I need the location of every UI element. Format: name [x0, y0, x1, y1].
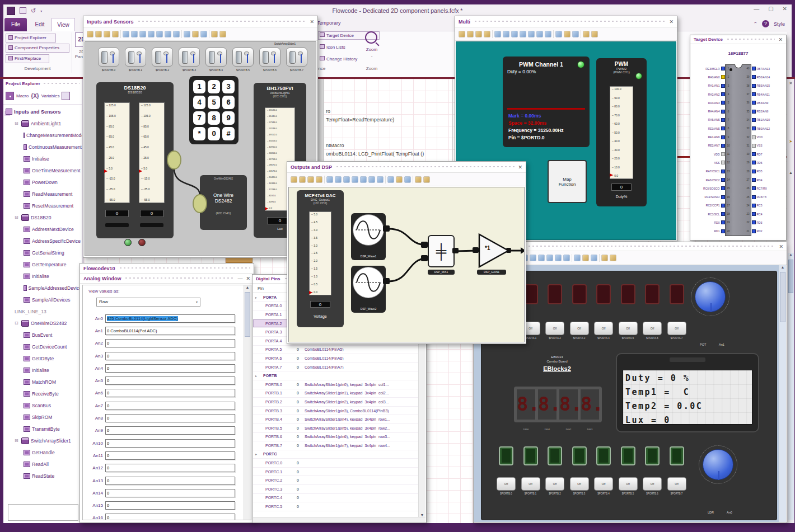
pin-indicator[interactable] — [752, 170, 756, 173]
panel-toolbar-icon[interactable] — [572, 254, 572, 262]
panel-toolbar-icon[interactable] — [528, 31, 535, 37]
tree-item[interactable]: ⊟ DS18B20 — [3, 211, 82, 223]
board-switch[interactable]: Off $PORTB.6 — [643, 477, 662, 495]
channel-value-field[interactable]: 0 — [105, 501, 235, 510]
keypad-key[interactable]: * — [193, 127, 205, 140]
pin-indicator[interactable] — [752, 220, 756, 224]
tree-item[interactable]: ⊟ ScanBus — [3, 399, 82, 411]
tree-item[interactable]: ⊟ ContinuousMeasurement — [3, 141, 82, 153]
channel-value-field[interactable]: 0 — [105, 339, 235, 347]
channel-value-field[interactable]: 0 — [105, 489, 235, 497]
panel-toolbar-icon[interactable] — [492, 30, 493, 38]
panel-toolbar-icon[interactable] — [563, 255, 570, 261]
panel-toolbar-icon[interactable] — [95, 31, 102, 37]
zoom-button-label[interactable]: Zoom — [361, 47, 383, 52]
switch-button[interactable]: Off — [545, 322, 564, 335]
pin-indicator[interactable] — [721, 126, 725, 130]
panel-toolbar-icon[interactable] — [131, 31, 138, 37]
panel-toolbar-icon[interactable] — [564, 31, 570, 37]
pin-indicator[interactable] — [752, 152, 756, 156]
tree-item[interactable]: ⊟ ReadState — [3, 470, 82, 482]
pin-indicator[interactable] — [752, 178, 756, 182]
pin-indicator[interactable] — [752, 195, 756, 199]
panel-toolbar-icon[interactable] — [555, 31, 562, 37]
panel-toolbar-icon[interactable] — [335, 176, 342, 183]
channel-value-field[interactable]: 0 — [105, 451, 235, 460]
board-button[interactable] — [621, 446, 635, 465]
find-replace-button[interactable]: Find/Replace — [6, 54, 49, 63]
pin-indicator[interactable] — [752, 101, 756, 105]
panel-toolbar-icon[interactable] — [581, 30, 581, 38]
board-scrollbar[interactable]: ▲ — [779, 265, 786, 522]
green-led[interactable] — [124, 239, 132, 246]
variables-label[interactable]: Variables — [41, 93, 60, 98]
pin-indicator[interactable] — [752, 110, 756, 114]
panel-toolbar-icon[interactable] — [520, 31, 526, 37]
tree-item[interactable]: ⊟ Initialise — [3, 364, 82, 376]
tree-item[interactable]: ⊟ GetSerialString — [3, 247, 82, 258]
panel-toolbar-icon[interactable] — [423, 176, 430, 183]
collapse-icon[interactable]: ⊟ — [15, 438, 20, 443]
scrollbar-up-icon[interactable]: ▲ — [244, 285, 251, 289]
panel-toolbar-icon[interactable] — [87, 31, 93, 37]
pin-row[interactable]: PORTB.1 0 SwitchArraySlider1(pin1), keyp… — [253, 389, 418, 398]
pin-indicator[interactable] — [752, 75, 756, 79]
pin-indicator[interactable] — [721, 204, 725, 208]
panel-toolbar-icon[interactable] — [139, 31, 146, 37]
panel-toolbar-icon[interactable] — [591, 31, 598, 37]
keypad-key[interactable]: # — [222, 127, 235, 140]
pin-row[interactable]: PORTC.3 0 — [253, 485, 418, 494]
meter-scale[interactable]: 100.090.080.070.060.050.040.030.020.010.… — [610, 86, 633, 179]
outputs-canvas[interactable]: MCP47x6 DAC DAC_Output1 (I2C CH2) 5.04.5… — [288, 187, 525, 342]
panel-toolbar-icon[interactable] — [184, 31, 190, 37]
panel-toolbar-icon[interactable] — [404, 176, 411, 183]
channel-value-field[interactable]: 0 — [105, 414, 235, 422]
panel-toolbar-icon[interactable] — [536, 31, 543, 37]
tree-item[interactable]: ⊟ ReceiveByte — [3, 388, 82, 399]
board-switch[interactable]: Off $PORTA.3 — [570, 322, 589, 340]
restore-button[interactable]: ▢ — [768, 6, 773, 12]
collapse-icon[interactable]: ⊟ — [15, 215, 20, 220]
scale-marker[interactable] — [309, 291, 312, 294]
switch-button[interactable]: Off — [594, 322, 613, 335]
board-switch[interactable]: Off $PORTB.1 — [521, 477, 540, 495]
switch-button[interactable]: Off — [619, 322, 638, 335]
pin-indicator[interactable] — [752, 67, 756, 70]
expand-right-icon[interactable]: ➤ — [787, 139, 794, 144]
pin-indicator[interactable] — [721, 67, 725, 70]
minimize-icon[interactable]: — — [237, 276, 242, 281]
panel-toolbar-icon[interactable] — [511, 31, 518, 37]
panel-toolbar-icon[interactable] — [307, 176, 314, 183]
tree-item[interactable]: ⊟ BusEvent — [3, 329, 82, 341]
keypad-key[interactable]: 8 — [208, 111, 220, 125]
board-button[interactable] — [670, 446, 684, 465]
panel-toolbar-icon[interactable] — [385, 176, 386, 183]
pin-indicator[interactable] — [752, 84, 756, 88]
dsp-wave2-block[interactable]: DSP_Wave2 — [351, 266, 386, 313]
keypad-key[interactable]: 9 — [222, 111, 235, 125]
pin-indicator[interactable] — [721, 110, 725, 114]
tree-item[interactable]: ⊟ AmbientLight1 — [3, 117, 82, 129]
scrollbar-up-icon[interactable]: ▲ — [779, 265, 786, 269]
pin-indicator[interactable] — [752, 229, 756, 233]
pin-row[interactable]: PORTC.1 0 — [253, 468, 418, 477]
pin-indicator[interactable] — [752, 126, 756, 130]
slide-switch[interactable]: $PORTB.1 — [124, 48, 147, 72]
close-icon[interactable]: ✕ — [310, 19, 314, 25]
scrollbar-thumb[interactable] — [245, 292, 250, 337]
board-switch[interactable]: Off $PORTB.3 — [570, 477, 589, 495]
panel-toolbar-icon[interactable] — [360, 176, 367, 183]
panel-toolbar-icon[interactable] — [316, 176, 322, 183]
style-button[interactable]: Style — [774, 21, 785, 27]
tree-item[interactable]: ⊟ GetHandle — [3, 446, 82, 458]
pin-row[interactable]: PORTB.7 0 SwitchArraySlider1(pin7), keyp… — [253, 441, 418, 450]
channel-value-field[interactable]: 0 — [105, 514, 235, 520]
board-button[interactable] — [572, 446, 587, 465]
tree-item[interactable]: ⊟ ReadMeasurement — [3, 188, 82, 200]
tree-item[interactable]: ⊟ GetTemperature — [3, 258, 82, 270]
close-button[interactable]: ✕ — [783, 6, 787, 12]
pin-indicator[interactable] — [721, 75, 725, 79]
pin-indicator[interactable] — [721, 84, 725, 88]
close-panel-icon[interactable]: ✕ — [787, 81, 794, 86]
panel-toolbar-icon[interactable] — [104, 31, 110, 37]
